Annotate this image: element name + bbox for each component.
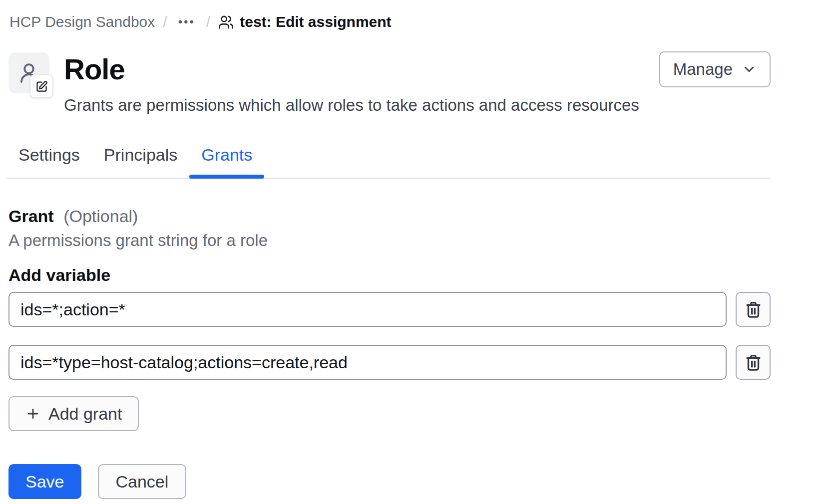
chevron-down-icon [742,62,757,77]
trash-icon [744,353,763,372]
grant-row [8,345,771,380]
cancel-button[interactable]: Cancel [98,464,187,499]
page-header: Role Grants are permissions which allow … [8,52,771,115]
breadcrumb-separator: / [206,13,210,31]
breadcrumb-separator: / [163,13,167,31]
breadcrumb-root-link[interactable]: HCP Design Sandbox [9,13,155,31]
grant-row [8,292,771,327]
tab-settings[interactable]: Settings [6,145,92,178]
tab-grants[interactable]: Grants [189,145,264,178]
delete-grant-2-button[interactable] [736,345,771,380]
manage-button[interactable]: Manage [659,51,771,87]
delete-grant-1-button[interactable] [736,292,771,327]
grant-optional-badge: (Optional) [63,207,138,226]
breadcrumb-current-label: test: Edit assignment [240,13,391,31]
role-edit-page: HCP Design Sandbox / ••• / test: Edit as… [0,0,835,504]
active-tab-indicator [189,175,264,179]
add-grant-button[interactable]: Add grant [8,396,139,431]
trash-icon [744,300,763,319]
grant-input-2[interactable] [8,345,727,380]
grant-help-text: A permissions grant string for a role [8,231,771,251]
save-button[interactable]: Save [8,464,81,499]
page-title: Role [64,53,659,85]
breadcrumb-current: test: Edit assignment [218,13,391,31]
plus-icon [25,406,40,421]
breadcrumb-collapsed-button[interactable]: ••• [175,13,198,31]
add-grant-button-label: Add grant [48,404,122,424]
add-variable-heading: Add variable [8,264,771,285]
tab-grants-label: Grants [201,145,252,164]
grant-input-1[interactable] [8,292,727,327]
breadcrumb: HCP Design Sandbox / ••• / test: Edit as… [8,0,771,31]
grant-field-label: Grant (Optional) [8,206,771,227]
tab-principals[interactable]: Principals [92,145,189,178]
tab-bar: Settings Principals Grants [6,145,771,179]
users-icon [218,14,234,30]
grant-label: Grant [8,207,54,226]
edit-pencil-icon[interactable] [29,74,53,98]
role-avatar [8,52,49,93]
page-subtitle: Grants are permissions which allow roles… [64,95,659,115]
manage-button-label: Manage [673,60,733,79]
form-actions: Save Cancel [8,464,771,499]
